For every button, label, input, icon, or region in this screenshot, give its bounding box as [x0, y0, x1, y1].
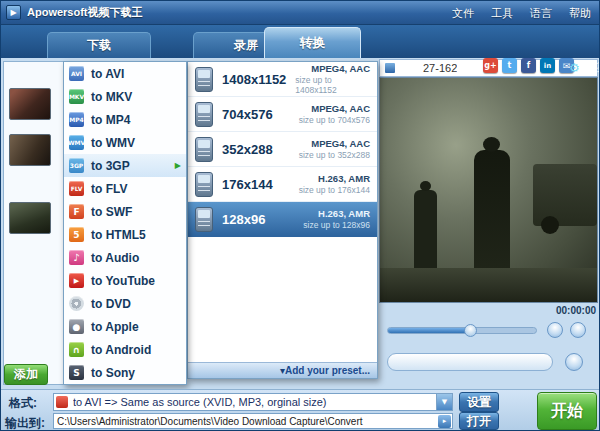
- preset-submenu: 1408x1152 MPEG4, AAC size up to 1408x115…: [187, 61, 378, 379]
- app-title: Apowersoft视频下载王: [27, 5, 143, 20]
- format-option-html5[interactable]: to HTML5: [64, 223, 186, 246]
- titlebar: Apowersoft视频下载王 文件 工具 语言 帮助: [1, 1, 599, 25]
- format-option-label: to Android: [91, 343, 151, 357]
- preset-format: MPEG4, AAC: [311, 103, 370, 114]
- social-icons: [483, 58, 574, 73]
- preset-1408x1152[interactable]: 1408x1152 MPEG4, AAC size up to 1408x115…: [188, 62, 377, 97]
- preset-128x96[interactable]: 128x96 H.263, AMR size up to 128x96: [188, 202, 377, 237]
- preset-name: 704x576: [222, 107, 273, 122]
- preset-format: MPEG4, AAC: [311, 63, 370, 74]
- preset-name: 1408x1152: [222, 72, 286, 87]
- options-button[interactable]: 选项: [569, 60, 600, 75]
- format-option-label: to AVI: [91, 67, 124, 81]
- dvd-icon: [69, 296, 84, 311]
- app-window: Apowersoft视频下载王 文件 工具 语言 帮助 下载 录屏 转换 选项: [0, 0, 600, 431]
- menu-language[interactable]: 语言: [530, 6, 552, 21]
- settings-button[interactable]: 设置: [459, 392, 499, 412]
- format-option-label: to Apple: [91, 320, 139, 334]
- format-option-wmv[interactable]: to WMV: [64, 131, 186, 154]
- tab-convert[interactable]: 转换: [264, 27, 361, 58]
- format-option-swf[interactable]: to SWF: [64, 200, 186, 223]
- preview-file-label: 27-162: [423, 62, 457, 74]
- video-thumbnail[interactable]: [9, 202, 51, 234]
- menu-file[interactable]: 文件: [452, 6, 474, 21]
- format-dropdown-menu: to AVI to MKV to MP4 to WMV to 3GP to FL…: [63, 61, 187, 385]
- combo-dropdown-icon[interactable]: [436, 394, 452, 410]
- preset-704x576[interactable]: 704x576 MPEG4, AAC size up to 704x576: [188, 97, 377, 132]
- start-button[interactable]: 开始: [537, 392, 597, 430]
- preset-format: MPEG4, AAC: [311, 138, 370, 149]
- preset-size: size up to 176x144: [299, 185, 370, 195]
- twitter-icon[interactable]: [502, 58, 517, 73]
- output-path-field[interactable]: C:\Users\Administrator\Documents\Video D…: [53, 413, 453, 429]
- preset-size: size up to 1408x1152: [295, 75, 370, 95]
- phone-icon: [195, 207, 213, 232]
- format-option-label: to MKV: [91, 90, 132, 104]
- phone-icon: [195, 172, 213, 197]
- preset-name: 128x96: [222, 212, 265, 227]
- format-option-android[interactable]: to Android: [64, 338, 186, 361]
- 3gp-icon: [69, 158, 84, 173]
- output-path-input[interactable]: C:\Users\Administrator\Documents\Video D…: [54, 416, 438, 427]
- preset-format: H.263, AMR: [318, 173, 370, 184]
- phone-icon: [195, 137, 213, 162]
- preset-176x144[interactable]: 176x144 H.263, AMR size up to 176x144: [188, 167, 377, 202]
- bottom-panel: 格式: to AVI => Same as source (XVID, MP3,…: [1, 389, 599, 431]
- format-option-label: to 3GP: [91, 159, 130, 173]
- seek-knob[interactable]: [464, 324, 477, 337]
- seek-slider[interactable]: [387, 327, 537, 334]
- stop-button[interactable]: [570, 322, 586, 338]
- format-option-avi[interactable]: to AVI: [64, 62, 186, 85]
- google-plus-icon[interactable]: [483, 58, 498, 73]
- format-option-label: to SWF: [91, 205, 132, 219]
- format-label: 格式:: [9, 395, 37, 412]
- preview-panel: 27-162 00:00:00: [379, 59, 598, 389]
- menu-tools[interactable]: 工具: [491, 6, 513, 21]
- app-logo-icon: [6, 5, 21, 20]
- facebook-icon[interactable]: [521, 58, 536, 73]
- apple-icon: [69, 319, 84, 334]
- format-value: to AVI => Same as source (XVID, MP3, org…: [73, 396, 436, 408]
- format-option-label: to YouTube: [91, 274, 155, 288]
- open-button[interactable]: 打开: [459, 412, 499, 430]
- html5-icon: [69, 227, 84, 242]
- output-label: 输出到:: [5, 415, 45, 431]
- format-option-3gp[interactable]: to 3GP: [64, 154, 186, 177]
- mp4-icon: [69, 112, 84, 127]
- format-option-youtube[interactable]: to YouTube: [64, 269, 186, 292]
- format-option-mp4[interactable]: to MP4: [64, 108, 186, 131]
- format-option-sony[interactable]: to Sony: [64, 361, 186, 384]
- phone-icon: [195, 102, 213, 127]
- browse-folder-icon[interactable]: [438, 415, 451, 428]
- format-option-apple[interactable]: to Apple: [64, 315, 186, 338]
- format-option-audio[interactable]: to Audio: [64, 246, 186, 269]
- format-option-label: to MP4: [91, 113, 130, 127]
- format-option-label: to FLV: [91, 182, 127, 196]
- format-option-mkv[interactable]: to MKV: [64, 85, 186, 108]
- linkedin-icon[interactable]: [540, 58, 555, 73]
- volume-bar[interactable]: [387, 353, 553, 371]
- format-option-dvd[interactable]: to DVD: [64, 292, 186, 315]
- preset-size: size up to 128x96: [303, 220, 370, 230]
- sony-icon: [69, 365, 84, 380]
- format-option-flv[interactable]: to FLV: [64, 177, 186, 200]
- add-preset-link[interactable]: Add your preset...: [188, 362, 377, 378]
- mkv-icon: [69, 89, 84, 104]
- menubar: 文件 工具 语言 帮助: [452, 1, 591, 25]
- menu-help[interactable]: 帮助: [569, 6, 591, 21]
- player-controls: 00:00:00: [379, 303, 598, 389]
- fullscreen-button[interactable]: [565, 353, 583, 371]
- options-label: 选项: [583, 60, 600, 75]
- video-thumbnail[interactable]: [9, 88, 51, 120]
- format-combobox[interactable]: to AVI => Same as source (XVID, MP3, org…: [53, 393, 453, 411]
- preset-352x288[interactable]: 352x288 MPEG4, AAC size up to 352x288: [188, 132, 377, 167]
- play-button[interactable]: [547, 322, 563, 338]
- video-thumbnail[interactable]: [9, 134, 51, 166]
- video-frame[interactable]: [379, 77, 598, 303]
- youtube-icon: [69, 273, 84, 288]
- add-button[interactable]: 添加: [4, 364, 48, 385]
- tab-download[interactable]: 下载: [47, 32, 151, 58]
- time-display: 00:00:00: [556, 305, 596, 316]
- phone-icon: [195, 67, 213, 92]
- audio-icon: [69, 250, 84, 265]
